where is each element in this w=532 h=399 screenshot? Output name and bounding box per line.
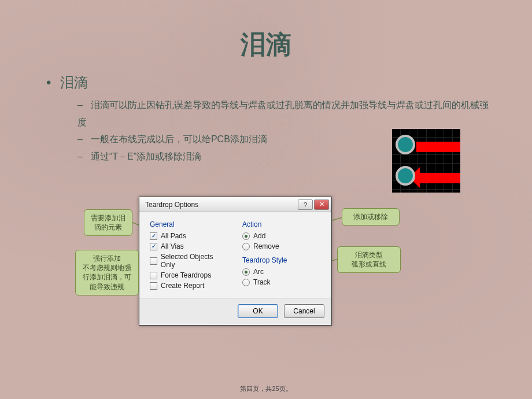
help-button[interactable]: ? bbox=[298, 200, 313, 210]
page-title: 泪滴 bbox=[0, 0, 532, 62]
checkbox-all-pads[interactable]: All Pads bbox=[150, 232, 228, 240]
checkbox-selected-only[interactable]: Selected Objects Only bbox=[150, 253, 228, 269]
pcb-pad bbox=[396, 166, 415, 186]
radio-arc[interactable]: Arc bbox=[242, 268, 321, 276]
checkbox-create-report[interactable]: Create Report bbox=[150, 282, 228, 290]
radio-remove[interactable]: Remove bbox=[242, 242, 321, 250]
group-title-general: General bbox=[150, 220, 228, 228]
bullet-item: 泪滴可以防止因钻孔误差导致的导线与焊盘或过孔脱离的情况并加强导线与焊盘或过孔间的… bbox=[77, 97, 497, 131]
checkbox-icon bbox=[150, 282, 157, 290]
group-general: General All Pads All Vias Selected Objec… bbox=[150, 220, 228, 292]
radio-icon bbox=[242, 279, 250, 286]
ok-button[interactable]: OK bbox=[238, 304, 278, 318]
group-title-style: Teardrop Style bbox=[242, 256, 321, 264]
checkbox-icon bbox=[150, 232, 157, 240]
radio-add[interactable]: Add bbox=[242, 232, 321, 240]
radio-icon bbox=[242, 268, 250, 276]
callout-force: 强行添加不考虑规则地强行添加泪滴，可能导致违规 bbox=[75, 250, 139, 295]
checkbox-all-vias[interactable]: All Vias bbox=[150, 242, 228, 250]
close-button[interactable]: ✕ bbox=[314, 200, 329, 210]
bullet-main: 泪滴 bbox=[46, 73, 497, 92]
callout-general: 需要添加泪滴的元素 bbox=[84, 209, 132, 236]
dialog-title: Teardrop Options bbox=[145, 201, 198, 209]
group-right: Action Add Remove Teardrop Style Arc Tra… bbox=[242, 220, 321, 292]
radio-icon bbox=[242, 243, 250, 250]
pcb-track bbox=[416, 142, 460, 152]
cancel-button[interactable]: Cancel bbox=[284, 304, 324, 318]
dialog-body: General All Pads All Vias Selected Objec… bbox=[139, 212, 331, 298]
dialog-footer: OK Cancel bbox=[139, 298, 331, 325]
checkbox-force-teardrops[interactable]: Force Teardrops bbox=[150, 271, 228, 279]
pcb-track bbox=[416, 173, 460, 183]
pcb-pad bbox=[396, 135, 415, 154]
checkbox-icon bbox=[150, 272, 157, 279]
page-footer: 第四页，共25页。 bbox=[0, 385, 532, 393]
pcb-illustration bbox=[392, 129, 460, 193]
checkbox-icon bbox=[150, 243, 157, 250]
checkbox-icon bbox=[150, 257, 157, 265]
slide: 泪滴 泪滴 泪滴可以防止因钻孔误差导致的导线与焊盘或过孔脱离的情况并加强导线与焊… bbox=[0, 0, 532, 399]
group-title-action: Action bbox=[242, 220, 321, 228]
callout-style: 泪滴类型弧形或直线 bbox=[337, 246, 401, 273]
teardrop-dialog: Teardrop Options ? ✕ General All Pads Al… bbox=[139, 197, 332, 326]
dialog-titlebar[interactable]: Teardrop Options ? ✕ bbox=[139, 197, 331, 212]
callout-action: 添加或移除 bbox=[342, 208, 400, 226]
radio-icon bbox=[242, 232, 250, 240]
radio-track[interactable]: Track bbox=[242, 278, 321, 286]
